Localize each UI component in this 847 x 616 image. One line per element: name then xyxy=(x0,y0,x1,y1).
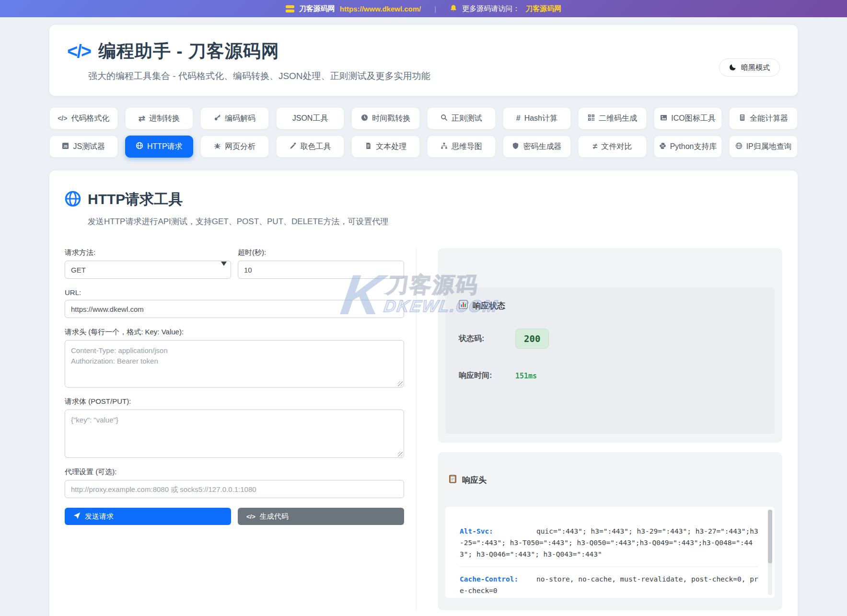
url-label: URL: xyxy=(65,288,404,297)
svg-text:JS: JS xyxy=(64,144,68,148)
method-select[interactable]: GET xyxy=(65,261,231,279)
dark-mode-button[interactable]: 暗黑模式 xyxy=(719,58,780,77)
image-icon xyxy=(660,114,667,123)
shield-icon xyxy=(512,142,519,151)
tab-label: 进制转换 xyxy=(149,114,180,124)
tool-tabs: </> 代码格式化 ⇄ 进制转换 编码解码 JSON工具 时间戳转换 正则测试 xyxy=(49,107,798,158)
topbar-more-link[interactable]: 刀客源码网 xyxy=(525,4,561,13)
tab-label: 密码生成器 xyxy=(523,142,561,152)
proxy-input[interactable] xyxy=(65,480,404,498)
method-label: 请求方法: xyxy=(65,248,231,257)
timeout-input[interactable] xyxy=(238,261,404,279)
calculator-icon xyxy=(739,114,746,123)
tab-label: 文本处理 xyxy=(376,142,406,152)
eyedropper-icon xyxy=(290,142,297,151)
scrollbar-thumb[interactable] xyxy=(768,510,772,563)
topbar-more-text: 更多源码请访问： xyxy=(462,4,520,13)
response-time-value: 151ms xyxy=(515,372,537,380)
url-input[interactable] xyxy=(65,300,404,318)
request-body-label: 请求体 (POST/PUT): xyxy=(65,397,404,406)
tab-timestamp-converter[interactable]: 时间戳转换 xyxy=(351,107,420,129)
topbar-divider: | xyxy=(434,5,436,13)
topbar-site-url-link[interactable]: https://www.dkewl.com/ xyxy=(340,5,421,13)
tab-color-picker[interactable]: 取色工具 xyxy=(276,136,345,158)
page-header: </> 编程助手 - 刀客源码网 强大的编程工具集合 - 代码格式化、编码转换、… xyxy=(49,25,798,96)
clipboard-icon xyxy=(448,474,457,486)
request-headers-textarea[interactable] xyxy=(65,340,404,388)
status-code-badge: 200 xyxy=(515,329,549,349)
tab-file-diff[interactable]: ≠ 文件对比 xyxy=(578,136,647,158)
send-request-button[interactable]: 发送请求 xyxy=(65,508,231,525)
tab-label: 网页分析 xyxy=(225,142,255,152)
response-headers-title: 响应头 xyxy=(462,475,487,486)
tab-code-formatter[interactable]: </> 代码格式化 xyxy=(49,107,118,129)
request-form: 请求方法: GET 超时(秒): URL: xyxy=(65,248,404,610)
http-tool-panel: K 刀客源码 DKEWL.COM HTTP请求工具 发送HTTP请求进行API测… xyxy=(49,171,798,616)
generate-code-button[interactable]: </> 生成代码 xyxy=(238,508,404,525)
tab-calculator[interactable]: 全能计算器 xyxy=(729,107,798,129)
send-request-label: 发送请求 xyxy=(85,512,114,521)
qrcode-icon xyxy=(588,114,595,123)
tab-label: 代码格式化 xyxy=(71,114,109,124)
tab-regex-tester[interactable]: 正则测试 xyxy=(427,107,496,129)
proxy-label: 代理设置 (可选): xyxy=(65,468,404,477)
python-icon xyxy=(659,142,666,151)
tab-qrcode-generator[interactable]: 二维码生成 xyxy=(578,107,647,129)
tab-hash-calculator[interactable]: # Hash计算 xyxy=(503,107,571,129)
tab-password-generator[interactable]: 密码生成器 xyxy=(503,136,571,158)
method-selected-value: GET xyxy=(71,266,86,274)
header-row: Alt-Svc:quic=":443"; h3=":443"; h3-29=":… xyxy=(460,519,758,567)
spider-icon xyxy=(214,142,221,151)
bell-icon xyxy=(450,4,457,13)
tab-label: ICO图标工具 xyxy=(671,114,715,124)
topbar-site-name: 刀客源码网 xyxy=(299,4,335,13)
status-code-label: 状态码: xyxy=(459,334,515,344)
file-text-icon xyxy=(365,142,372,151)
request-headers-label: 请求头 (每行一个，格式: Key: Value): xyxy=(65,328,404,337)
tab-webpage-analyzer[interactable]: 网页分析 xyxy=(200,136,269,158)
code-icon: </> xyxy=(58,114,67,122)
moon-icon xyxy=(729,63,737,72)
response-status-title: 响应状态 xyxy=(473,300,505,311)
tab-label: 全能计算器 xyxy=(750,114,788,124)
tool-title: HTTP请求工具 xyxy=(88,190,183,209)
column-divider xyxy=(416,248,417,610)
tab-label: 编码解码 xyxy=(225,114,255,124)
sitemap-icon xyxy=(441,142,448,151)
globe-icon xyxy=(136,142,143,151)
tab-text-processor[interactable]: 文本处理 xyxy=(351,136,420,158)
tab-label: Hash计算 xyxy=(524,114,557,124)
generate-code-label: 生成代码 xyxy=(260,512,289,521)
request-body-textarea[interactable] xyxy=(65,410,404,458)
tab-ip-lookup[interactable]: IP归属地查询 xyxy=(729,136,798,158)
timeout-label: 超时(秒): xyxy=(238,248,404,257)
response-panel: 响应状态 状态码: 200 响应时间: 151ms xyxy=(438,248,782,610)
response-headers-list[interactable]: Alt-Svc:quic=":443"; h3=":443"; h3-29=":… xyxy=(445,507,775,598)
tab-label: 文件对比 xyxy=(601,142,632,152)
tab-http-request[interactable]: HTTP请求 xyxy=(125,136,194,158)
tab-base-converter[interactable]: ⇄ 进制转换 xyxy=(125,107,194,129)
tab-label: 二维码生成 xyxy=(599,114,637,124)
tab-js-tester[interactable]: JS JS测试器 xyxy=(49,136,118,158)
globe-gray-icon xyxy=(735,142,743,151)
key-icon xyxy=(214,114,221,123)
response-headers-card: 响应头 Alt-Svc:quic=":443"; h3=":443"; h3-2… xyxy=(438,452,782,610)
header-name: Cache-Control: xyxy=(460,573,536,585)
tab-label: IP归属地查询 xyxy=(746,142,792,152)
tab-mind-map[interactable]: 思维导图 xyxy=(427,136,496,158)
scrollbar-track[interactable] xyxy=(768,510,772,595)
tab-python-library[interactable]: Python支持库 xyxy=(654,136,722,158)
paper-plane-icon xyxy=(73,512,81,521)
tab-ico-tools[interactable]: ICO图标工具 xyxy=(654,107,722,129)
tab-json-tools[interactable]: JSON工具 xyxy=(276,107,345,129)
bar-chart-icon xyxy=(459,300,468,311)
page-title: 编程助手 - 刀客源码网 xyxy=(98,39,279,63)
tab-label: HTTP请求 xyxy=(147,142,183,152)
stack-icon xyxy=(286,5,294,12)
tab-encode-decode[interactable]: 编码解码 xyxy=(200,107,269,129)
header-name: Alt-Svc: xyxy=(460,525,536,537)
response-time-label: 响应时间: xyxy=(459,371,515,381)
not-equal-icon: ≠ xyxy=(593,142,597,151)
page-subtitle: 强大的编程工具集合 - 代码格式化、编码转换、JSON处理、正则测试及更多实用功… xyxy=(88,70,780,82)
tab-label: 正则测试 xyxy=(452,114,482,124)
